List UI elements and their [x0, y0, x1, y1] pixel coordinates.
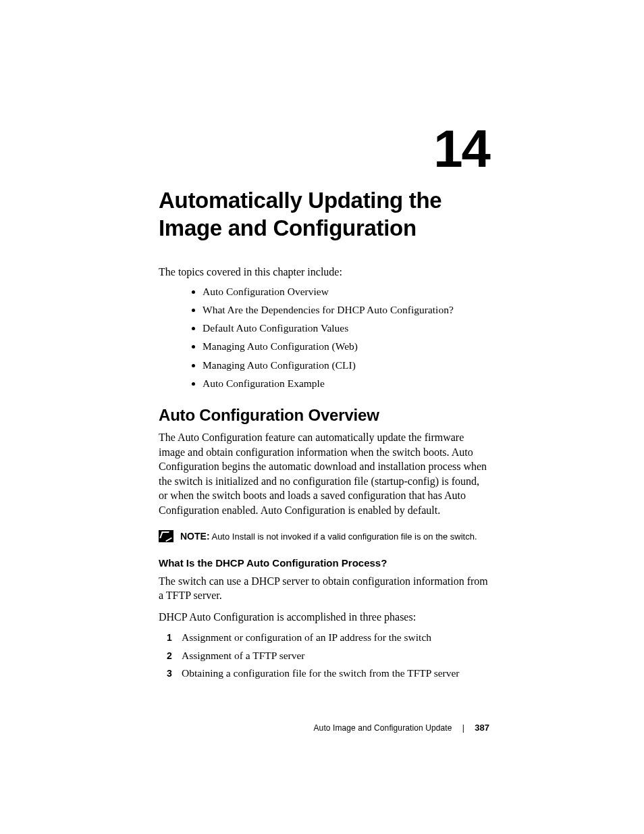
- subsection-p1: The switch can use a DHCP server to obta…: [159, 574, 489, 603]
- note-icon: [159, 530, 173, 542]
- subsection-heading: What Is the DHCP Auto Configuration Proc…: [159, 557, 489, 569]
- list-item: Obtaining a configuration file for the s…: [182, 665, 489, 681]
- topic-list: Auto Configuration Overview What Are the…: [159, 284, 489, 392]
- list-item: Auto Configuration Example: [203, 375, 489, 391]
- section-body: The Auto Configuration feature can autom…: [159, 430, 489, 518]
- footer-separator: |: [462, 723, 464, 733]
- note-block: NOTE: Auto Install is not invoked if a v…: [159, 530, 489, 542]
- intro-text: The topics covered in this chapter inclu…: [159, 266, 489, 278]
- chapter-number: 14: [159, 118, 489, 180]
- subsection-p2: DHCP Auto Configuration is accomplished …: [159, 610, 489, 625]
- list-item: Auto Configuration Overview: [203, 284, 489, 299]
- list-item: Assignment or configuration of an IP add…: [182, 629, 489, 645]
- chapter-title: Automatically Updating the Image and Con…: [159, 186, 489, 242]
- list-item: Managing Auto Configuration (Web): [203, 338, 489, 354]
- list-item: Managing Auto Configuration (CLI): [203, 357, 489, 373]
- page-footer: Auto Image and Configuration Update | 38…: [159, 723, 489, 733]
- list-item: Default Auto Configuration Values: [203, 320, 489, 336]
- section-heading: Auto Configuration Overview: [159, 406, 489, 425]
- page-content: 14 Automatically Updating the Image and …: [159, 118, 489, 683]
- phase-list: Assignment or configuration of an IP add…: [159, 629, 489, 681]
- list-item: Assignment of a TFTP server: [182, 648, 489, 663]
- note-text: NOTE: Auto Install is not invoked if a v…: [180, 531, 477, 542]
- list-item: What Are the Dependencies for DHCP Auto …: [203, 302, 489, 317]
- footer-page-number: 387: [475, 723, 489, 733]
- note-label: NOTE:: [180, 531, 210, 542]
- note-body: Auto Install is not invoked if a valid c…: [211, 531, 477, 542]
- footer-section-title: Auto Image and Configuration Update: [314, 723, 452, 733]
